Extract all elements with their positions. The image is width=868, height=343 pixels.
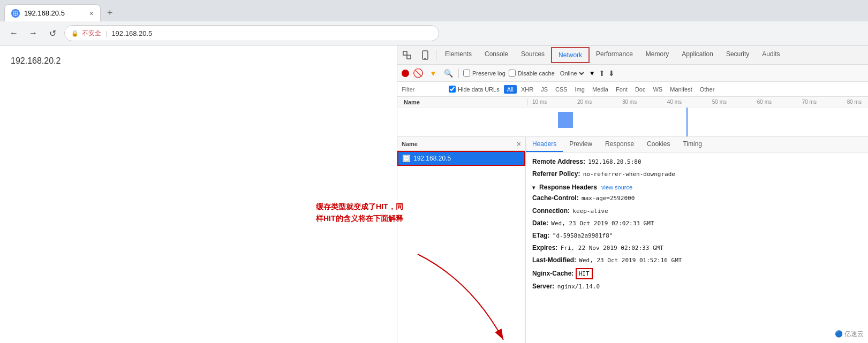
svg-rect-5 <box>407 55 411 59</box>
details-tabs: HeadersPreviewResponseCookiesTiming <box>526 137 868 153</box>
header-value: keep-alive <box>572 208 608 215</box>
filter-tab-media[interactable]: Media <box>589 85 612 94</box>
header-row: Server: nginx/1.14.0 <box>532 281 862 292</box>
browser-tab[interactable]: 192.168.20.5 × <box>4 4 101 21</box>
lock-label: 不安全 <box>82 29 101 38</box>
filter-tab-ws[interactable]: WS <box>650 85 666 94</box>
remote-address-value: 192.168.20.5:80 <box>588 158 641 165</box>
timeline-mark: 80 ms <box>847 99 862 105</box>
timeline-graph: Name 10 ms20 ms30 ms40 ms50 ms60 ms70 ms… <box>397 97 868 137</box>
import-button[interactable]: ⬆ <box>599 69 605 78</box>
address-bar: ← → ↺ 🔒 不安全 | 192.168.20.5 <box>0 21 868 45</box>
tab-title: 192.168.20.5 <box>24 9 65 17</box>
devtools-tab-sources[interactable]: Sources <box>515 47 551 63</box>
timeline-mark: 40 ms <box>667 99 682 105</box>
close-details-button[interactable]: × <box>517 140 521 148</box>
forward-button[interactable]: → <box>26 26 41 41</box>
header-value: Wed, 23 Oct 2019 02:02:33 GMT <box>551 220 654 227</box>
details-tab-response[interactable]: Response <box>599 137 640 152</box>
address-input[interactable]: 🔒 不安全 | 192.168.20.5 <box>64 25 439 41</box>
header-key: Expires: <box>532 244 557 251</box>
refresh-button[interactable]: ↺ <box>45 26 60 41</box>
remote-address-row: Remote Address: 192.168.20.5:80 <box>532 157 862 167</box>
inspect-element-button[interactable] <box>399 48 414 63</box>
timeline-mark: 20 ms <box>577 99 592 105</box>
response-headers-section: Response Headers view source <box>532 184 862 191</box>
filter-tab-manifest[interactable]: Manifest <box>667 85 696 94</box>
header-key: Date: <box>532 219 548 227</box>
tab-close-button[interactable]: × <box>89 9 94 18</box>
export-button[interactable]: ⬇ <box>608 69 615 78</box>
header-key: ETag: <box>532 232 549 239</box>
filter-type-tabs: AllXHRJSCSSImgMediaFontDocWSManifestOthe… <box>504 85 718 94</box>
devtools-tab-memory[interactable]: Memory <box>639 47 675 63</box>
filter-tab-doc[interactable]: Doc <box>632 85 649 94</box>
annotation-text: 缓存类型就变成了HIT，同 样HIT的含义将在下面解释 <box>316 201 439 225</box>
lock-icon: 🔒 <box>71 30 79 37</box>
new-tab-button[interactable]: + <box>101 4 119 21</box>
disable-cache-checkbox[interactable] <box>509 70 516 77</box>
search-button[interactable]: 🔍 <box>442 67 454 79</box>
devtools-tab-security[interactable]: Security <box>720 47 756 63</box>
devtools-tab-elements[interactable]: Elements <box>439 47 478 63</box>
name-column-label: Name <box>402 141 517 147</box>
referrer-policy-row: Referrer Policy: no-referrer-when-downgr… <box>532 169 862 179</box>
waterfall-bar <box>558 112 573 128</box>
disable-cache-label[interactable]: Disable cache <box>509 70 555 77</box>
timeline-mark: 10 ms <box>532 99 547 105</box>
header-value: nginx/1.14.0 <box>557 283 600 290</box>
details-panel: HeadersPreviewResponseCookiesTiming Remo… <box>526 137 868 343</box>
header-row: Cache-Control: max-age=2592000 <box>532 193 862 203</box>
preserve-log-checkbox[interactable] <box>463 70 470 77</box>
filter-button[interactable]: ▼ <box>427 67 439 79</box>
devtools-tab-console[interactable]: Console <box>478 47 515 63</box>
page-heading: 192.168.20.2 <box>11 56 386 66</box>
timeline-mark: 70 ms <box>802 99 817 105</box>
device-toolbar-button[interactable] <box>418 48 433 63</box>
details-tab-preview[interactable]: Preview <box>563 137 599 152</box>
details-tab-headers[interactable]: Headers <box>526 137 563 152</box>
preserve-log-label[interactable]: Preserve log <box>463 70 505 77</box>
svg-rect-4 <box>403 51 407 55</box>
header-row: ETag: "d-5958a2a9981f8" <box>532 231 862 241</box>
toolbar-divider <box>458 68 459 78</box>
referrer-policy-value: no-referrer-when-downgrade <box>583 171 675 178</box>
record-button[interactable] <box>402 70 409 77</box>
hide-data-urls-checkbox[interactable] <box>449 86 456 93</box>
filter-tab-font[interactable]: Font <box>613 85 631 94</box>
filter-tab-all[interactable]: All <box>504 85 517 94</box>
request-list-item[interactable]: 192.168.20.5 <box>397 151 525 166</box>
header-value: Wed, 23 Oct 2019 01:52:16 GMT <box>579 257 682 264</box>
watermark-logo: 🔵 亿速云 <box>835 330 864 339</box>
details-tab-timing[interactable]: Timing <box>676 137 708 152</box>
view-source-link[interactable]: view source <box>601 184 632 190</box>
tab-favicon <box>11 9 20 18</box>
hide-data-urls-label[interactable]: Hide data URLs <box>449 86 500 93</box>
throttle-select[interactable]: Online <box>558 70 586 77</box>
header-key: Connection: <box>532 207 570 215</box>
filter-tab-xhr[interactable]: XHR <box>518 85 537 94</box>
filter-tab-css[interactable]: CSS <box>552 85 571 94</box>
filter-tab-js[interactable]: JS <box>538 85 551 94</box>
clear-button[interactable]: 🚫 <box>412 67 424 79</box>
filter-bar: Hide data URLs AllXHRJSCSSImgMediaFontDo… <box>397 82 868 97</box>
header-key: Server: <box>532 283 554 290</box>
devtools-tab-performance[interactable]: Performance <box>590 47 639 63</box>
devtools-top-bar: ElementsConsoleSourcesNetworkPerformance… <box>397 45 868 65</box>
network-toolbar: 🚫 ▼ 🔍 Preserve log Disable cache Online … <box>397 65 868 82</box>
divider <box>436 50 436 60</box>
filter-tab-img[interactable]: Img <box>572 85 588 94</box>
back-button[interactable]: ← <box>6 26 21 41</box>
devtools-tab-network[interactable]: Network <box>551 47 590 63</box>
request-file-icon <box>403 155 410 162</box>
filter-input[interactable] <box>402 86 444 93</box>
details-content: Remote Address: 192.168.20.5:80 Referrer… <box>526 153 868 343</box>
details-tab-cookies[interactable]: Cookies <box>640 137 676 152</box>
timeline-mark: 30 ms <box>622 99 637 105</box>
header-row: Expires: Fri, 22 Nov 2019 02:02:33 GMT <box>532 243 862 253</box>
devtools-tab-audits[interactable]: Audits <box>756 47 786 63</box>
header-row: Date: Wed, 23 Oct 2019 02:02:33 GMT <box>532 218 862 228</box>
filter-tab-other[interactable]: Other <box>697 85 718 94</box>
devtools-tab-application[interactable]: Application <box>675 47 720 63</box>
headers-list: Cache-Control: max-age=2592000Connection… <box>532 193 862 292</box>
